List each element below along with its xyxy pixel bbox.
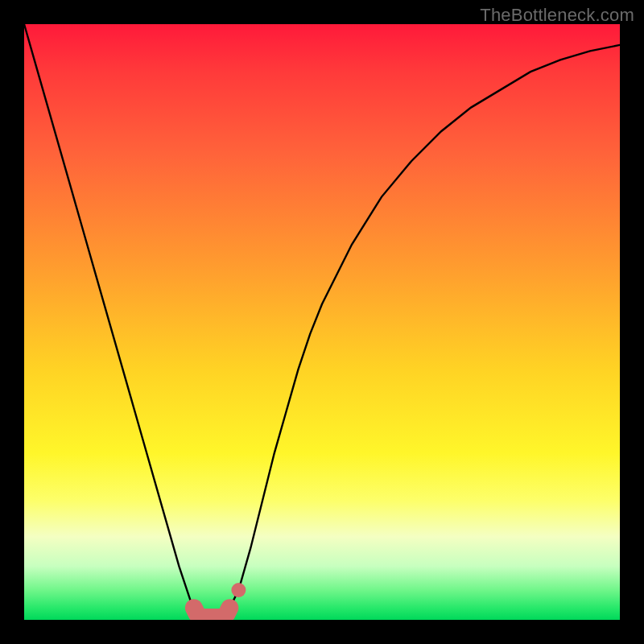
chart-frame: TheBottleneck.com [0,0,644,644]
marker-dot [231,583,246,597]
watermark-text: TheBottleneck.com [480,5,634,26]
bottleneck-curve [24,24,620,620]
chart-plot-area [24,24,620,620]
marker-region [194,608,229,617]
